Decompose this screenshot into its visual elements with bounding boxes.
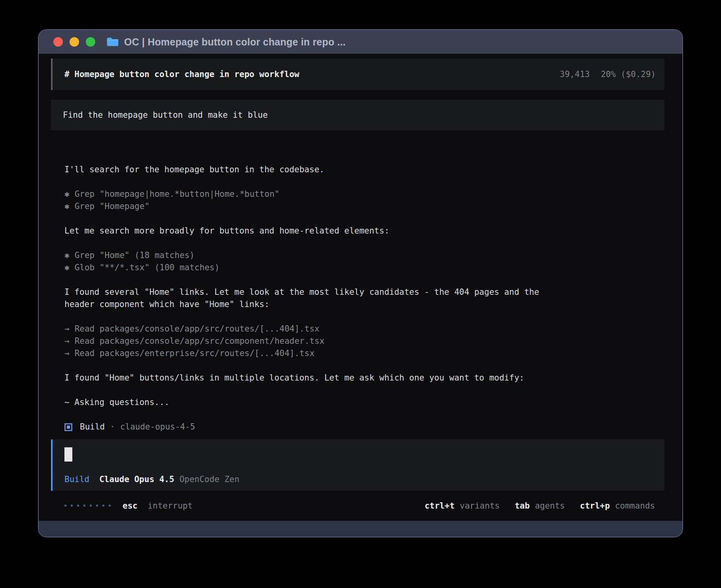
agent-separator: · (110, 421, 115, 433)
tool-call-grep: ✱Grep "Home" (18 matches) (64, 249, 664, 262)
traffic-lights (53, 37, 95, 47)
hint-label: agents (535, 501, 565, 511)
agent-status-line: Build · claude-opus-4-5 (64, 421, 664, 433)
tool-call-text: Glob "**/*.tsx" (100 matches) (75, 263, 220, 272)
tool-bullet-icon: ✱ (64, 249, 70, 262)
hint-key: tab (515, 501, 530, 511)
assistant-paragraph: Let me search more broadly for buttons a… (64, 225, 664, 237)
status-bar-left: esc interrupt (64, 501, 193, 511)
tool-call-text: Read packages/console/app/src/routes/[..… (75, 324, 320, 334)
read-arrow-icon: → (64, 347, 70, 360)
tool-call-text: Read packages/console/app/src/component/… (75, 336, 325, 346)
tool-call-read: →Read packages/console/app/src/component… (64, 335, 664, 347)
tool-bullet-icon: ✱ (64, 200, 70, 213)
mode-label: Build (64, 475, 89, 484)
assistant-paragraph: I found several "Home" links. Let me loo… (64, 286, 570, 311)
status-bar: esc interrupt ctrl+t variants tab agents… (51, 499, 664, 512)
tool-call-grep: ✱Grep "homepage|home.*button|Home.*butto… (64, 188, 664, 200)
tool-call-read: →Read packages/console/app/src/routes/[.… (64, 323, 664, 335)
token-count: 39,413 (560, 70, 590, 79)
tool-call-grep: ✱Grep "Homepage" (64, 200, 664, 213)
input-model-line: Build Claude Opus 4.5 OpenCode Zen (64, 475, 653, 484)
read-arrow-icon: → (64, 323, 70, 335)
user-message: Find the homepage button and make it blu… (51, 100, 664, 130)
window-bottom-chrome (39, 521, 682, 537)
prompt-input[interactable]: Build Claude Opus 4.5 OpenCode Zen (51, 439, 664, 491)
esc-hint: esc interrupt (123, 501, 193, 511)
hint-agents: tab agents (515, 501, 565, 511)
session-header: # Homepage button color change in repo w… (51, 58, 664, 90)
esc-label: interrupt (148, 501, 193, 511)
esc-key: esc (123, 501, 138, 511)
tool-call-glob: ✱Glob "**/*.tsx" (100 matches) (64, 262, 664, 274)
assistant-transcript: I'll search for the homepage button in t… (51, 164, 664, 433)
tool-call-text: Grep "Home" (18 matches) (75, 251, 194, 260)
tool-bullet-icon: ✱ (64, 262, 70, 274)
agent-name: Build (80, 421, 105, 433)
tool-call-text: Read packages/enterprise/src/routes/[...… (75, 349, 315, 358)
hint-variants: ctrl+t variants (425, 501, 500, 511)
tool-call-read: →Read packages/enterprise/src/routes/[..… (64, 347, 664, 360)
text-cursor (64, 447, 72, 462)
terminal-window: OC | Homepage button color change in rep… (39, 30, 682, 537)
tool-call-text: Grep "Homepage" (75, 202, 150, 211)
build-agent-icon (64, 423, 72, 431)
hint-key: ctrl+p (580, 501, 610, 511)
read-arrow-icon: → (64, 335, 70, 347)
assistant-paragraph: I found "Home" buttons/links in multiple… (64, 372, 570, 384)
folder-icon (106, 37, 119, 47)
model-name: Claude Opus 4.5 (99, 475, 174, 484)
maximize-button[interactable] (86, 37, 95, 47)
hint-label: variants (460, 501, 500, 511)
close-button[interactable] (53, 37, 63, 47)
user-message-text: Find the homepage button and make it blu… (63, 110, 268, 120)
session-stats: 39,413 20% ($0.29) (560, 70, 656, 79)
tool-call-text: Grep "homepage|home.*button|Home.*button… (75, 189, 279, 199)
terminal-content: # Homepage button color change in repo w… (39, 54, 682, 521)
working-status: ~ Asking questions... (64, 396, 664, 409)
hint-commands: ctrl+p commands (580, 501, 655, 511)
minimize-button[interactable] (70, 37, 79, 47)
tool-bullet-icon: ✱ (64, 188, 70, 200)
window-titlebar: OC | Homepage button color change in rep… (39, 30, 682, 54)
session-title: # Homepage button color change in repo w… (64, 70, 299, 79)
provider-name: OpenCode Zen (179, 475, 240, 484)
context-usage: 20% ($0.29) (601, 70, 656, 79)
assistant-paragraph: I'll search for the homepage button in t… (64, 164, 664, 176)
spinner-dots-icon (64, 505, 111, 507)
agent-model: claude-opus-4-5 (120, 421, 195, 433)
hint-key: ctrl+t (425, 501, 455, 511)
status-bar-right: ctrl+t variants tab agents ctrl+p comman… (425, 501, 655, 511)
window-title: OC | Homepage button color change in rep… (124, 36, 345, 48)
hint-label: commands (615, 501, 655, 511)
